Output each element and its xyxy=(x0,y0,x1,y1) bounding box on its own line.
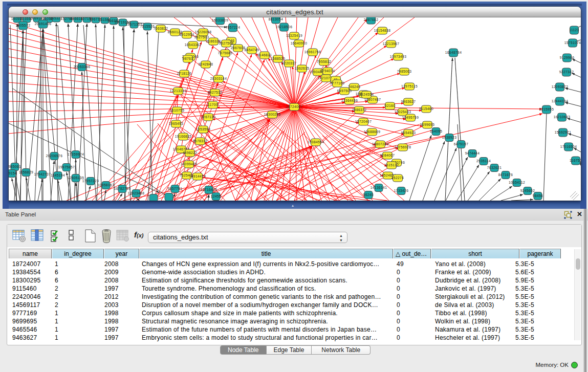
svg-text:9115460: 9115460 xyxy=(419,107,433,111)
svg-text:8220317: 8220317 xyxy=(282,61,296,65)
svg-text:14136141: 14136141 xyxy=(371,186,387,189)
svg-text:2986372: 2986372 xyxy=(352,108,366,112)
svg-text:7515526: 7515526 xyxy=(140,25,155,28)
svg-text:3267130: 3267130 xyxy=(201,115,215,119)
svg-text:116753: 116753 xyxy=(570,159,581,162)
svg-text:16495759: 16495759 xyxy=(402,116,419,119)
svg-text:16782759: 16782759 xyxy=(114,187,131,190)
svg-text:15226058: 15226058 xyxy=(195,30,212,34)
svg-text:10756928: 10756928 xyxy=(395,145,411,149)
svg-text:7955812: 7955812 xyxy=(317,60,331,63)
svg-text:15751074: 15751074 xyxy=(564,41,581,45)
svg-text:10025433: 10025433 xyxy=(395,110,411,114)
svg-text:19218506: 19218506 xyxy=(276,25,293,29)
svg-text:1733426: 1733426 xyxy=(394,189,408,192)
svg-text:1145194: 1145194 xyxy=(51,173,65,177)
svg-text:9146821: 9146821 xyxy=(257,53,272,57)
svg-text:9245652: 9245652 xyxy=(520,189,535,192)
svg-text:9084067: 9084067 xyxy=(380,154,395,157)
svg-text:2087682: 2087682 xyxy=(364,18,378,21)
svg-text:11123: 11123 xyxy=(569,28,579,32)
svg-text:6497505: 6497505 xyxy=(337,89,352,93)
svg-text:9129966: 9129966 xyxy=(560,56,574,59)
svg-text:98456: 98456 xyxy=(533,194,543,198)
svg-text:9242848: 9242848 xyxy=(199,62,213,66)
svg-text:16210643: 16210643 xyxy=(554,115,571,119)
svg-text:1405572: 1405572 xyxy=(16,24,30,27)
svg-text:13716485: 13716485 xyxy=(201,188,217,191)
svg-text:4498222: 4498222 xyxy=(183,151,197,155)
svg-text:9463627: 9463627 xyxy=(401,100,416,103)
svg-text:15720407: 15720407 xyxy=(355,120,372,123)
svg-text:8678312: 8678312 xyxy=(193,139,207,143)
svg-text:9777169: 9777169 xyxy=(330,81,344,85)
svg-text:1615132: 1615132 xyxy=(384,163,399,167)
svg-text:746246: 746246 xyxy=(348,85,360,89)
svg-text:8813054: 8813054 xyxy=(269,17,283,21)
svg-text:18724007: 18724007 xyxy=(286,105,303,108)
svg-text:8454749: 8454749 xyxy=(245,48,259,52)
svg-text:252274: 252274 xyxy=(391,176,404,180)
svg-text:20053346: 20053346 xyxy=(74,65,91,69)
svg-text:6794074: 6794074 xyxy=(320,69,335,73)
svg-text:12923468: 12923468 xyxy=(128,191,145,195)
svg-text:16961758: 16961758 xyxy=(304,50,321,54)
svg-text:21364436: 21364436 xyxy=(341,99,358,102)
svg-text:1362615: 1362615 xyxy=(295,67,309,70)
svg-text:16543362: 16543362 xyxy=(185,43,202,47)
svg-text:9699695: 9699695 xyxy=(420,123,434,126)
svg-text:1156829: 1156829 xyxy=(19,170,33,174)
svg-text:16640910: 16640910 xyxy=(291,41,308,45)
svg-text:12455: 12455 xyxy=(211,194,221,198)
svg-text:15692971: 15692971 xyxy=(555,130,572,134)
svg-text:17359924: 17359924 xyxy=(68,152,84,156)
svg-text:7663822: 7663822 xyxy=(154,27,168,30)
svg-text:18807249: 18807249 xyxy=(372,142,389,146)
svg-text:16648784: 16648784 xyxy=(445,51,462,54)
svg-text:10654112: 10654112 xyxy=(509,181,525,184)
svg-text:9327508: 9327508 xyxy=(219,41,233,45)
svg-text:11325419: 11325419 xyxy=(286,34,302,37)
svg-text:1965493: 1965493 xyxy=(169,122,183,125)
svg-text:19166825: 19166825 xyxy=(175,135,192,138)
svg-text:1938923: 1938923 xyxy=(442,136,456,139)
svg-text:9654923: 9654923 xyxy=(401,131,416,135)
svg-text:17016504: 17016504 xyxy=(560,145,577,148)
svg-text:19975857: 19975857 xyxy=(58,165,75,169)
svg-text:9227342: 9227342 xyxy=(559,70,574,74)
svg-text:14099489: 14099489 xyxy=(181,162,198,166)
svg-text:17957223: 17957223 xyxy=(82,179,99,183)
svg-text:17942737: 17942737 xyxy=(34,172,51,176)
svg-text:8471676: 8471676 xyxy=(498,173,513,177)
svg-text:16154838: 16154838 xyxy=(374,29,391,32)
svg-text:14914479: 14914479 xyxy=(189,174,206,178)
svg-text:164095: 164095 xyxy=(430,129,442,133)
svg-text:20691406: 20691406 xyxy=(35,22,52,26)
svg-text:2718126: 2718126 xyxy=(177,72,191,75)
svg-text:6479197: 6479197 xyxy=(454,142,468,146)
svg-text:20206576: 20206576 xyxy=(46,154,63,158)
svg-text:10973493: 10973493 xyxy=(390,55,407,58)
svg-text:9474444: 9474444 xyxy=(465,151,480,155)
svg-text:10688609: 10688609 xyxy=(364,130,381,134)
svg-text:3824554: 3824554 xyxy=(359,93,374,96)
svg-text:7857224: 7857224 xyxy=(226,26,240,29)
svg-text:62160: 62160 xyxy=(385,104,395,107)
svg-text:8215955: 8215955 xyxy=(539,107,554,111)
svg-text:8912954: 8912954 xyxy=(180,33,194,36)
svg-text:19384554: 19384554 xyxy=(308,140,324,144)
svg-text:12093872: 12093872 xyxy=(552,85,569,89)
svg-text:9857791: 9857791 xyxy=(168,187,182,190)
svg-text:11700: 11700 xyxy=(208,103,218,106)
svg-text:7485063: 7485063 xyxy=(397,70,411,73)
svg-text:18300295: 18300295 xyxy=(264,113,281,116)
svg-text:12213313: 12213313 xyxy=(170,89,187,93)
svg-text:12975115: 12975115 xyxy=(401,84,418,88)
svg-text:10958167: 10958167 xyxy=(98,183,115,187)
svg-text:1353594: 1353594 xyxy=(196,127,210,131)
svg-text:1588520: 1588520 xyxy=(271,57,285,60)
svg-text:985061: 985061 xyxy=(9,165,21,168)
svg-text:12213967: 12213967 xyxy=(383,42,400,46)
svg-text:12505135: 12505135 xyxy=(68,176,84,180)
svg-text:16033809: 16033809 xyxy=(212,18,229,22)
